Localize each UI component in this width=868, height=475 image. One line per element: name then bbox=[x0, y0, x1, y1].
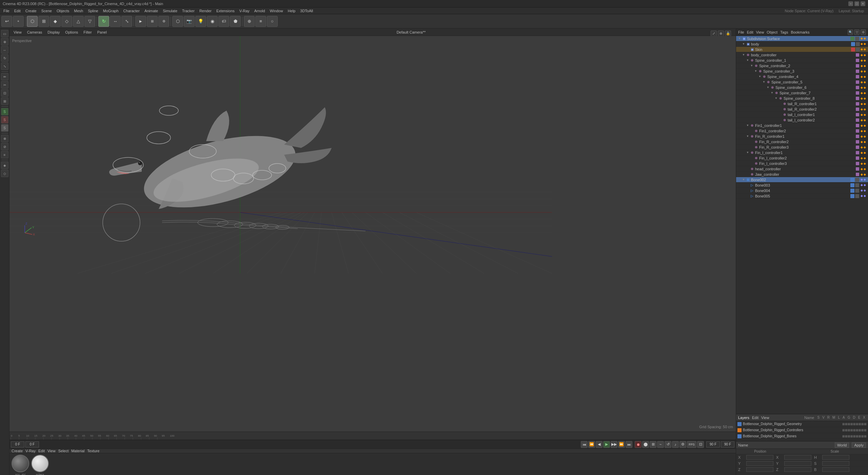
material-menu-select[interactable]: Select bbox=[58, 449, 69, 453]
menu-animate[interactable]: Animate bbox=[142, 8, 160, 14]
attr-sy-val[interactable] bbox=[822, 461, 849, 466]
polygon-mode-button[interactable]: △ bbox=[73, 16, 84, 27]
menu-spline[interactable]: Spline bbox=[86, 8, 100, 14]
material-1[interactable]: scc_AV bbox=[12, 455, 29, 475]
maximize-button[interactable]: □ bbox=[854, 1, 859, 6]
material-menu-material[interactable]: Material bbox=[71, 449, 84, 453]
ne-view[interactable]: View bbox=[756, 30, 764, 34]
expand-icon-bone004[interactable] bbox=[746, 189, 750, 193]
tree-finr-ctrl3[interactable]: ⊕ Fin_R_controller3 ◆ ◆ bbox=[736, 145, 868, 150]
tree-fin1-ctrl1[interactable]: ▼ ⊕ Fin1_controller1 ◆ ◆ bbox=[736, 123, 868, 128]
loop-button[interactable]: ↺ bbox=[665, 441, 671, 448]
attr-x-pos[interactable] bbox=[746, 455, 773, 460]
left-tool-paint3[interactable]: S bbox=[1, 124, 8, 132]
expand-icon-finr-2[interactable] bbox=[750, 140, 754, 144]
menu-3dtoall[interactable]: 3DToAll bbox=[298, 8, 315, 14]
tree-bone005[interactable]: ▷ Bone005 ◆ ◆ bbox=[736, 193, 868, 199]
material-2[interactable]: sclera bbox=[31, 455, 49, 475]
menu-create[interactable]: Create bbox=[23, 8, 39, 14]
left-tool-10[interactable]: ⊗ bbox=[1, 135, 8, 142]
tree-finr-ctrl1[interactable]: ▼ ⊕ Fin_R_controller1 ◆ ◆ bbox=[736, 134, 868, 139]
expand-icon-spine6[interactable]: ▼ bbox=[766, 86, 770, 90]
menu-help[interactable]: Help bbox=[286, 8, 298, 14]
attr-world-dropdown[interactable]: World bbox=[835, 442, 849, 448]
viewport-move-button[interactable]: ⤢ bbox=[711, 31, 717, 37]
expand-icon-bone002[interactable]: ▼ bbox=[742, 178, 746, 182]
tree-spine7[interactable]: ▼ ⊕ Spine_controller_7 ◆ ◆ bbox=[736, 90, 868, 96]
anim-settings-button[interactable]: ⊞ bbox=[650, 441, 656, 448]
menu-mograph[interactable]: MoGraph bbox=[101, 8, 121, 14]
perspective-button[interactable]: ⬡ bbox=[172, 16, 183, 27]
tag-button[interactable]: 🏷 bbox=[218, 16, 229, 27]
menu-vray[interactable]: V-Ray bbox=[237, 8, 252, 14]
expand-icon-bone003[interactable] bbox=[746, 183, 750, 187]
scale-tool[interactable]: ⤡ bbox=[121, 16, 132, 27]
ne-file[interactable]: File bbox=[738, 30, 744, 34]
tree-skin[interactable]: ▣ Skin ◆ ◆ bbox=[736, 47, 868, 52]
material-menu-vray[interactable]: V-Ray bbox=[25, 449, 36, 453]
expand-icon-tail-r2[interactable] bbox=[778, 107, 782, 111]
point-mode-button[interactable]: ◆ bbox=[50, 16, 61, 27]
expand-icon-tail-l1[interactable] bbox=[778, 113, 782, 117]
material-menu-edit[interactable]: Edit bbox=[38, 449, 45, 453]
tree-bone004[interactable]: ▷ Bone004 ◆ ◆ bbox=[736, 188, 868, 193]
left-tool-13[interactable]: ◈ bbox=[1, 162, 8, 169]
material-preview-2[interactable] bbox=[31, 455, 49, 472]
menu-tracker[interactable]: Tracker bbox=[180, 8, 197, 14]
expand-icon-spine4[interactable]: ▼ bbox=[758, 75, 762, 79]
layer-row-geometry[interactable]: Bottlenose_Dolphin_Rigged_Geometry ⊞⊞⊞⊞⊞… bbox=[736, 421, 868, 427]
attr-bz-val[interactable] bbox=[822, 467, 849, 472]
attr-hx-val[interactable] bbox=[822, 455, 849, 460]
expand-icon-skin[interactable] bbox=[746, 48, 750, 52]
expand-icon-head[interactable] bbox=[746, 167, 750, 171]
menu-extensions[interactable]: Extensions bbox=[214, 8, 237, 14]
tree-jaw-ctrl[interactable]: ⊕ Jaw_controller ◆ ◆ bbox=[736, 172, 868, 177]
left-tool-11[interactable]: ⊘ bbox=[1, 143, 8, 150]
record-button[interactable]: ⏺ bbox=[635, 441, 642, 448]
left-tool-4[interactable]: ↻ bbox=[1, 54, 8, 62]
ne-tags[interactable]: Tags bbox=[780, 30, 788, 34]
prev-frame-button[interactable]: ⏪ bbox=[588, 441, 595, 448]
left-tool-paint2[interactable]: S bbox=[1, 116, 8, 124]
tree-body[interactable]: ▼ ▣ body ◆ ◆ bbox=[736, 41, 868, 47]
fps-button[interactable]: FPS bbox=[687, 441, 696, 448]
expand-icon-body[interactable]: ▼ bbox=[742, 42, 746, 46]
close-button[interactable]: × bbox=[861, 1, 865, 6]
next-frame-button[interactable]: ⏩ bbox=[618, 441, 625, 448]
viewport-menu-display[interactable]: Display bbox=[45, 30, 62, 35]
tree-finl-ctrl3[interactable]: ⊕ Fin_l_controller3 ◆ ◆ bbox=[736, 161, 868, 166]
prev-button[interactable]: ◀ bbox=[596, 441, 603, 448]
ne-bookmarks[interactable]: Bookmarks bbox=[791, 30, 809, 34]
attr-apply-button[interactable]: Apply bbox=[852, 442, 866, 448]
floor-button[interactable]: ≡ bbox=[255, 16, 266, 27]
menu-objects[interactable]: Objects bbox=[55, 8, 71, 14]
expand-icon-finl-1[interactable]: ▼ bbox=[746, 151, 750, 155]
expand-icon-body-ctrl[interactable]: ▼ bbox=[742, 53, 746, 57]
menu-scene[interactable]: Scene bbox=[39, 8, 54, 14]
tree-bone003[interactable]: ▷ Bone003 ◆ ◆ bbox=[736, 183, 868, 188]
camera-button[interactable]: 📷 bbox=[184, 16, 195, 27]
tree-bone002[interactable]: ▼ ⊞ Bone002 ◆ ◆ bbox=[736, 177, 868, 183]
left-tool-14[interactable]: ◇ bbox=[1, 170, 8, 177]
left-tool-9[interactable]: ⊞ bbox=[1, 97, 8, 105]
expand-icon-tail-l2[interactable] bbox=[778, 118, 782, 122]
tree-tail-r1[interactable]: ⊕ tail_R_controller1 ◆ ◆ bbox=[736, 101, 868, 107]
tree-tail-l1[interactable]: ⊕ tail_l_controller1 ◆ ◆ bbox=[736, 112, 868, 117]
viewport-3d[interactable]: Y X Z Perspective Grid Spacing: 50 cm bbox=[9, 36, 736, 432]
layers-tab-layers[interactable]: Layers bbox=[738, 416, 749, 420]
end-frame-input[interactable] bbox=[721, 441, 734, 448]
expand-icon-spine1[interactable]: ▼ bbox=[746, 58, 750, 62]
rotate-tool[interactable]: ↻ bbox=[98, 16, 109, 27]
layers-tab-edit[interactable]: Edit bbox=[752, 416, 758, 420]
sound-button[interactable]: ♪ bbox=[672, 441, 679, 448]
expand-icon-spine8[interactable]: ▼ bbox=[774, 96, 778, 100]
attr-y-pos[interactable] bbox=[746, 461, 773, 466]
tree-finl-ctrl2[interactable]: ⊕ Fin_l_controller2 ◆ ◆ bbox=[736, 155, 868, 161]
render-picture-button[interactable]: ⊞ bbox=[147, 16, 158, 27]
tree-fin1-ctrl2[interactable]: ⊕ Fin1_controller2 ◆ ◆ bbox=[736, 128, 868, 134]
tree-head-ctrl[interactable]: ⊕ head_controller ◆ ◆ bbox=[736, 166, 868, 172]
layer-row-bones[interactable]: Bottlenose_Dolphin_Rigged_Bones ⊞⊞⊞⊞⊞⊞⊞⊞… bbox=[736, 433, 868, 439]
attr-rx-val[interactable] bbox=[784, 455, 811, 460]
left-tool-3[interactable]: ↔ bbox=[1, 46, 8, 54]
expand-icon-tail-r1[interactable] bbox=[778, 102, 782, 106]
